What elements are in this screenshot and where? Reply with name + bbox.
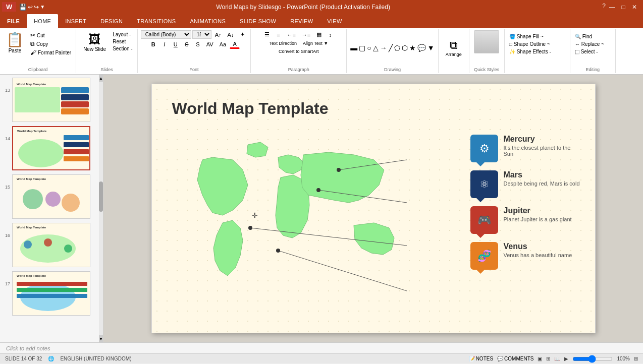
file-icon: W xyxy=(2,2,16,12)
shape-outline-button[interactable]: □ Shape Outline ~ xyxy=(508,41,553,47)
view-slideshow-icon[interactable]: ▶ xyxy=(564,356,568,361)
strikethrough-button[interactable]: S xyxy=(182,40,192,48)
tab-review[interactable]: REVIEW xyxy=(283,14,320,28)
zoom-slider[interactable] xyxy=(572,355,613,363)
line-spacing-button[interactable]: ↕ xyxy=(325,31,335,39)
svg-point-24 xyxy=(64,245,72,253)
shape-fill-button[interactable]: 🪣 Shape Fill ~ xyxy=(508,33,553,40)
world-map[interactable]: ✛ xyxy=(172,130,424,331)
font-family-select[interactable]: Calibri (Body) xyxy=(141,30,191,39)
save-icon[interactable]: 💾 xyxy=(19,4,27,11)
font-size-select[interactable]: 18 xyxy=(192,30,211,39)
tab-home[interactable]: HOME xyxy=(27,14,58,28)
shape-arrow[interactable]: → xyxy=(380,43,388,52)
language-icon: 🌐 xyxy=(48,356,54,361)
columns-button[interactable]: ▦ xyxy=(314,30,324,39)
shape-more[interactable]: ▼ xyxy=(427,43,435,52)
maximize-button[interactable]: □ xyxy=(619,3,628,12)
section-button[interactable]: Section - xyxy=(111,45,134,52)
increase-indent-button[interactable]: →≡ xyxy=(299,31,313,39)
zoom-level: 100% xyxy=(617,356,630,361)
format-painter-button[interactable]: 🖌 Format Painter xyxy=(29,48,73,56)
slide-canvas[interactable]: World Map Template xyxy=(151,84,596,333)
notes-bar[interactable]: Click to add notes xyxy=(0,342,643,353)
change-case-button[interactable]: Aa xyxy=(217,40,229,48)
view-slidesorter-icon[interactable]: ⊞ xyxy=(546,356,550,361)
underline-button[interactable]: U xyxy=(171,40,181,48)
arrange-button[interactable]: ⧉ Arrange xyxy=(442,37,466,59)
paste-button[interactable]: 📋 Paste xyxy=(3,30,27,54)
char-spacing-button[interactable]: AV xyxy=(204,40,216,48)
shape-hexagon[interactable]: ⬡ xyxy=(401,43,408,52)
language-label: ENGLISH (UNITED KINGDOM) xyxy=(60,356,131,361)
title-bar: W 💾 ↩ ↪ ▼ World Maps by Slidesgo - Power… xyxy=(0,0,643,14)
tab-insert[interactable]: INSERT xyxy=(58,14,93,28)
undo-icon[interactable]: ↩ xyxy=(28,4,33,11)
shape-effects-button[interactable]: ✨ Shape Effects - xyxy=(508,48,553,55)
clear-format-button[interactable]: ✦ xyxy=(237,30,247,39)
convert-smartart-button[interactable]: Convert to SmartArt xyxy=(276,48,322,55)
tab-view[interactable]: VIEW xyxy=(320,14,349,28)
tab-file[interactable]: FILE xyxy=(0,14,27,28)
view-reading-icon[interactable]: 📖 xyxy=(554,356,560,361)
font-size-decrease-button[interactable]: A↓ xyxy=(225,31,236,39)
bullets-button[interactable]: ☰ xyxy=(262,30,272,39)
font-group: Calibri (Body) 18 A↑ A↓ ✦ B I U S S AV A… xyxy=(138,29,251,73)
customize-icon[interactable]: ▼ xyxy=(40,4,45,10)
quick-access-bar: W 💾 ↩ ↪ ▼ xyxy=(2,2,45,12)
shape-circle[interactable]: ○ xyxy=(366,43,371,52)
notes-icon: 📝 xyxy=(469,356,475,361)
find-button[interactable]: 🔍 Find xyxy=(573,33,606,40)
cut-button[interactable]: ✂ Cut xyxy=(29,31,73,39)
slide-thumb-14[interactable]: 14 World Map Template xyxy=(2,125,101,171)
svg-point-36 xyxy=(248,226,252,230)
numbering-button[interactable]: ≡ xyxy=(273,31,283,39)
bold-button[interactable]: B xyxy=(148,40,158,48)
slide-thumb-15[interactable]: 15 World Map Template xyxy=(2,173,101,220)
reset-button[interactable]: Reset xyxy=(111,38,134,45)
help-icon[interactable]: ? xyxy=(602,3,606,12)
svg-point-18 xyxy=(62,194,80,212)
layout-button[interactable]: Layout - xyxy=(111,31,134,38)
slide-thumb-16[interactable]: 16 World Map Template xyxy=(2,222,101,268)
quick-styles-box[interactable] xyxy=(474,30,499,53)
shape-rect[interactable]: ▬ xyxy=(350,43,358,52)
font-size-increase-button[interactable]: A↑ xyxy=(212,31,224,39)
italic-button[interactable]: I xyxy=(159,40,170,48)
copy-button[interactable]: ⧉ Copy xyxy=(29,40,73,48)
shape-callout[interactable]: 💬 xyxy=(417,43,426,52)
tab-animations[interactable]: ANIMATIONS xyxy=(183,14,233,28)
tab-design[interactable]: DESIGN xyxy=(93,14,130,28)
slide-thumb-17[interactable]: 17 World Map Template xyxy=(2,270,101,317)
text-direction-button[interactable]: Text Direction xyxy=(266,40,299,47)
shape-triangle[interactable]: △ xyxy=(372,43,379,52)
fit-slide-icon[interactable]: ⊞ xyxy=(634,356,638,361)
decrease-indent-button[interactable]: ←≡ xyxy=(284,31,298,39)
slide-thumb-13[interactable]: 13 World Map Template xyxy=(2,77,101,123)
font-color-button[interactable]: A xyxy=(230,40,240,49)
scroll-up-button[interactable]: ▲ xyxy=(99,75,103,82)
shape-pentagon[interactable]: ⬠ xyxy=(394,43,401,52)
select-button[interactable]: ⬚ Select - xyxy=(573,48,606,55)
mercury-card: ⚙ Mercury It's the closest planet to the… xyxy=(470,135,579,162)
tab-transitions[interactable]: TRANSITIONS xyxy=(130,14,183,28)
scroll-down-button[interactable]: ▼ xyxy=(99,335,103,342)
shadow-button[interactable]: S xyxy=(193,40,203,48)
notes-button[interactable]: 📝 NOTES xyxy=(469,356,493,361)
jupiter-name: Jupiter xyxy=(503,206,571,215)
drawing-label: Drawing xyxy=(347,67,438,72)
minimize-button[interactable]: — xyxy=(608,3,617,12)
comments-button[interactable]: 💬 COMMENTS xyxy=(497,356,533,361)
scrollbar-track[interactable] xyxy=(99,75,103,342)
redo-icon[interactable]: ↪ xyxy=(34,4,39,11)
view-normal-icon[interactable]: ▣ xyxy=(538,356,542,361)
replace-button[interactable]: ↔ Replace ~ xyxy=(573,41,606,47)
shape-rounded-rect[interactable]: ▢ xyxy=(358,43,366,52)
new-slide-button[interactable]: 🖼 New Slide xyxy=(79,30,110,65)
shape-line[interactable]: ╱ xyxy=(388,43,393,52)
close-button[interactable]: ✕ xyxy=(630,3,639,12)
shape-star[interactable]: ★ xyxy=(409,43,416,52)
tab-slideshow[interactable]: SLIDE SHOW xyxy=(233,14,283,28)
align-text-button[interactable]: Align Text ▼ xyxy=(300,40,331,47)
scrollbar-thumb[interactable] xyxy=(99,181,103,212)
